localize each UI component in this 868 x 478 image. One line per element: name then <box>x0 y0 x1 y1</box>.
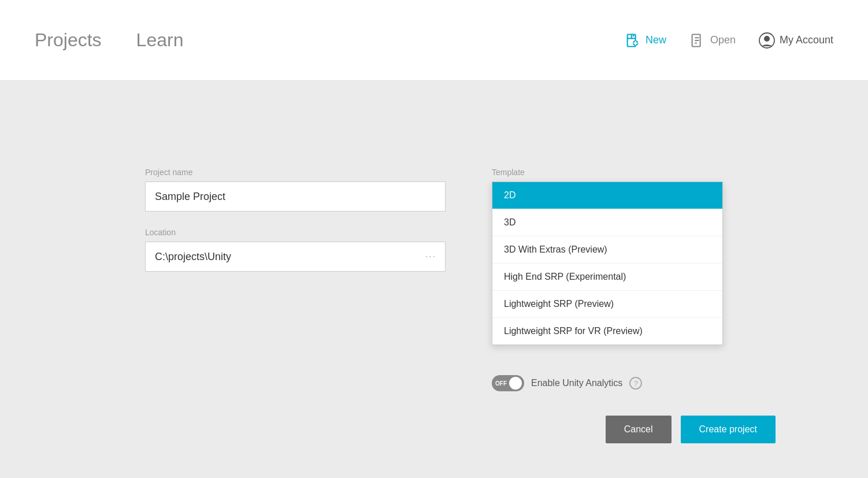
my-account-label: My Account <box>780 34 833 46</box>
new-icon <box>625 32 641 49</box>
template-option-lightweight[interactable]: Lightweight SRP (Preview) <box>492 291 722 318</box>
cancel-button[interactable]: Cancel <box>606 416 672 443</box>
new-label: New <box>646 34 666 46</box>
svg-line-3 <box>633 35 634 36</box>
left-form: Project name Location ··· <box>145 168 446 288</box>
new-button[interactable]: New <box>625 32 666 49</box>
template-option-3d-extras[interactable]: 3D With Extras (Preview) <box>492 236 722 264</box>
project-name-group: Project name <box>145 168 446 212</box>
header-actions: New Open My Account <box>625 32 833 49</box>
template-option-3d[interactable]: 3D <box>492 209 722 236</box>
header-nav: Projects Learn <box>35 29 625 51</box>
project-name-input[interactable] <box>145 181 446 212</box>
right-form: Template 2D 3D 3D With Extras (Preview) … <box>492 168 723 345</box>
analytics-toggle[interactable]: OFF <box>492 375 524 391</box>
bottom-buttons: Cancel Create project <box>606 416 776 443</box>
nav-projects[interactable]: Projects <box>35 29 102 51</box>
svg-point-12 <box>764 36 770 42</box>
open-label: Open <box>710 34 736 46</box>
template-label: Template <box>492 168 723 177</box>
my-account-button[interactable]: My Account <box>759 32 833 49</box>
header: Projects Learn New Open <box>0 0 868 81</box>
location-input[interactable] <box>145 242 446 272</box>
location-group: Location ··· <box>145 228 446 272</box>
toggle-off-label: OFF <box>495 380 507 387</box>
location-label: Location <box>145 228 446 237</box>
analytics-area: OFF Enable Unity Analytics ? <box>492 375 642 391</box>
toggle-knob <box>509 377 522 390</box>
account-icon <box>759 32 775 49</box>
analytics-text: Enable Unity Analytics <box>531 378 622 388</box>
form-area: Project name Location ··· Template 2D 3D… <box>145 168 723 345</box>
template-option-high-end[interactable]: High End SRP (Experimental) <box>492 264 722 291</box>
main-content: Project name Location ··· Template 2D 3D… <box>0 81 868 478</box>
open-icon <box>689 32 706 49</box>
template-dropdown: 2D 3D 3D With Extras (Preview) High End … <box>492 181 723 345</box>
project-name-label: Project name <box>145 168 446 177</box>
template-option-lightweight-vr[interactable]: Lightweight SRP for VR (Preview) <box>492 318 722 344</box>
create-project-button[interactable]: Create project <box>681 416 776 443</box>
analytics-help-icon[interactable]: ? <box>629 377 642 390</box>
template-option-2d[interactable]: 2D <box>492 182 722 209</box>
nav-learn[interactable]: Learn <box>136 29 184 51</box>
location-browse-dots[interactable]: ··· <box>425 251 436 262</box>
open-button[interactable]: Open <box>689 32 736 49</box>
location-input-wrapper: ··· <box>145 242 446 272</box>
